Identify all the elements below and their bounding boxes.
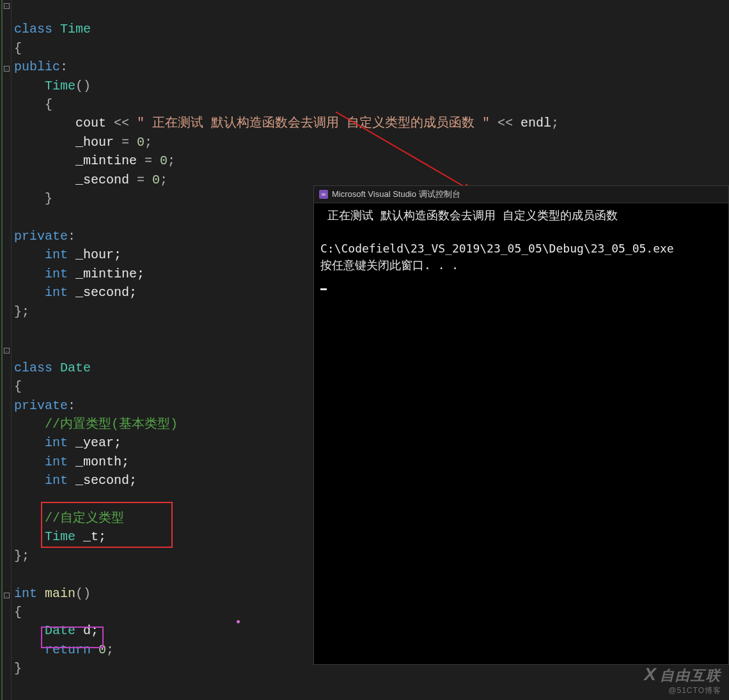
- fold-gutter: - - - -: [0, 0, 12, 700]
- console-output: 正在测试 默认构造函数会去调用 自定义类型的成员函数 C:\Codefield\…: [314, 203, 728, 294]
- comment-builtin: //内置类型(基本类型): [45, 417, 178, 432]
- fold-marker[interactable]: -: [4, 3, 10, 9]
- fold-marker[interactable]: -: [4, 348, 10, 354]
- annotation-dot: [237, 620, 240, 623]
- console-cursor: [320, 288, 327, 290]
- keyword-public: public: [14, 59, 60, 74]
- string-literal: " 正在测试 默认构造函数会去调用 自定义类型的成员函数 ": [137, 116, 490, 130]
- console-titlebar[interactable]: ∞ Microsoft Visual Studio 调试控制台: [314, 186, 728, 203]
- keyword-class: class: [14, 22, 52, 36]
- comment-custom: //自定义类型: [45, 511, 124, 525]
- fold-marker[interactable]: -: [4, 66, 10, 72]
- ctor-time: Time: [45, 79, 75, 93]
- ident-cout: cout: [75, 116, 114, 130]
- brace: {: [14, 41, 22, 56]
- debug-console-window[interactable]: ∞ Microsoft Visual Studio 调试控制台 正在测试 默认构…: [313, 185, 729, 665]
- type-time: Time: [60, 22, 91, 36]
- func-main: main: [37, 586, 75, 601]
- watermark: X自由互联 @51CTO博客: [644, 664, 721, 696]
- console-title-text: Microsoft Visual Studio 调试控制台: [332, 189, 460, 200]
- fold-marker[interactable]: -: [4, 593, 10, 598]
- vs-icon: ∞: [319, 190, 328, 199]
- type-date: Date: [60, 361, 91, 375]
- keyword-private: private: [14, 229, 68, 244]
